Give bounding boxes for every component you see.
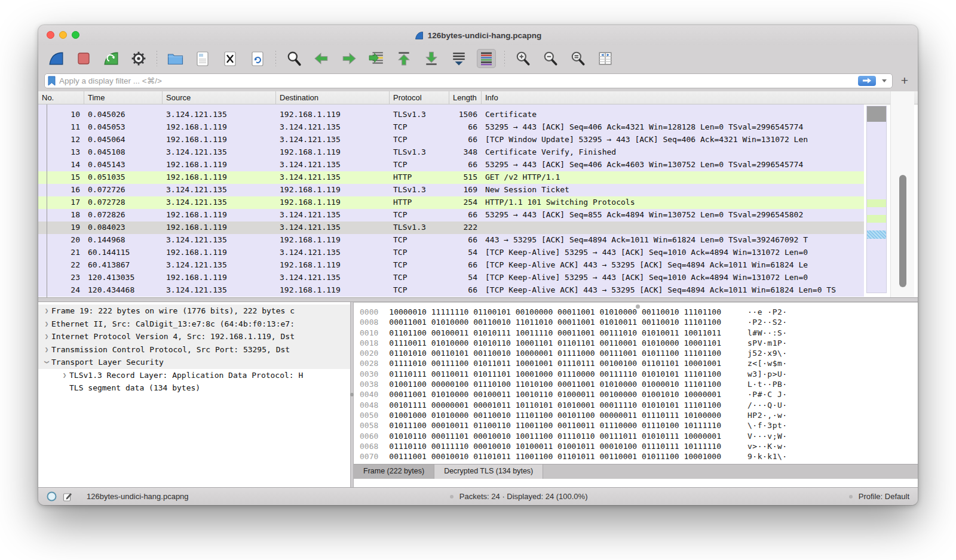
bytes-tab-1[interactable]: Decrypted TLS (134 bytes) <box>434 464 543 479</box>
packet-row[interactable]: 150.051035192.168.1.1193.124.121.135HTTP… <box>38 171 864 184</box>
bytes-row[interactable]: 002801111010 00111100 01011011 10001001 … <box>360 359 918 369</box>
save-file-button[interactable] <box>193 49 212 68</box>
packet-row[interactable]: 190.084023192.168.1.1193.124.121.135TLSv… <box>38 221 864 234</box>
go-last-packet-button[interactable] <box>422 49 441 68</box>
packet-row[interactable]: 120.045064192.168.1.1193.124.121.135TCP6… <box>38 134 864 146</box>
auto-scroll-button[interactable] <box>449 49 468 68</box>
bytes-row[interactable]: 007000111001 00010010 01101011 11001100 … <box>360 452 918 462</box>
column-header-source[interactable]: Source <box>163 91 276 104</box>
colorize-button[interactable] <box>477 49 496 68</box>
packet-row[interactable]: 2160.144115192.168.1.1193.124.121.135TCP… <box>38 247 864 259</box>
expander-closed-icon[interactable]: ❯ <box>60 371 69 379</box>
detail-row[interactable]: ❯Internet Protocol Version 4, Src: 192.1… <box>38 330 350 343</box>
packet-cell: TCP <box>390 134 449 146</box>
detail-row[interactable]: ❯TLSv1.3 Record Layer: Application Data … <box>38 369 350 382</box>
minimize-window-button[interactable] <box>59 31 67 39</box>
bytes-row[interactable]: 005801011100 00010011 01100110 11001100 … <box>360 421 918 431</box>
display-filter-input[interactable] <box>59 76 854 85</box>
close-window-button[interactable] <box>47 31 54 39</box>
packet-row[interactable]: 110.045053192.168.1.1193.124.121.135TCP6… <box>38 121 864 134</box>
go-to-packet-button[interactable] <box>367 49 386 68</box>
detail-row[interactable]: ❯Transport Layer Security <box>38 356 350 369</box>
packet-list-pane: No.TimeSourceDestinationProtocolLengthIn… <box>38 91 918 297</box>
column-header-protocol[interactable]: Protocol <box>390 91 449 104</box>
capture-comment-icon[interactable] <box>63 492 72 501</box>
column-header-info[interactable]: Info <box>482 91 918 104</box>
capture-options-button[interactable] <box>129 49 148 68</box>
bytes-row[interactable]: 004800101111 00000001 00001011 10110101 … <box>360 401 918 411</box>
expander-closed-icon[interactable]: ❯ <box>42 346 51 353</box>
partial-packet-row[interactable] <box>38 104 864 109</box>
column-header-time[interactable]: Time <box>84 91 163 104</box>
expander-open-icon[interactable]: ❯ <box>43 358 51 367</box>
column-header-destination[interactable]: Destination <box>276 91 390 104</box>
column-header-no[interactable]: No. <box>38 91 84 104</box>
open-file-button[interactable] <box>166 49 185 68</box>
detail-row[interactable]: TLS segment data (134 bytes) <box>38 381 350 395</box>
packet-row[interactable]: 200.1449683.124.121.135192.168.1.119TCP6… <box>38 234 864 247</box>
packet-cell: 3.124.121.135 <box>276 247 390 259</box>
bytes-row[interactable]: 000800011001 01010000 00110010 11011010 … <box>360 318 918 328</box>
bytes-row[interactable]: 006801110110 00111110 00010010 10100011 … <box>360 442 918 452</box>
detail-row[interactable]: ❯Transmission Control Protocol, Src Port… <box>38 343 350 356</box>
expander-closed-icon[interactable]: ❯ <box>42 307 51 315</box>
bytes-tab-0[interactable]: Frame (222 bytes) <box>354 464 434 479</box>
start-capture-button[interactable] <box>47 49 66 68</box>
expert-info-icon[interactable] <box>47 491 57 501</box>
restart-capture-button[interactable] <box>102 49 121 68</box>
expander-closed-icon[interactable]: ❯ <box>42 333 51 340</box>
detail-text: Ethernet II, Src: CalDigit_13:e7:8c (64:… <box>51 319 295 328</box>
bytes-row[interactable]: 001801110011 01010000 01010110 10001101 … <box>360 339 918 349</box>
packet-cell: 192.168.1.119 <box>163 209 276 221</box>
bytes-row[interactable]: 006001010110 00011101 00010010 10011100 … <box>360 432 918 442</box>
go-forward-button[interactable] <box>339 49 358 68</box>
packet-cell: 0.072726 <box>84 184 163 196</box>
packet-row[interactable]: 160.0727263.124.121.135192.168.1.119TLSv… <box>38 184 864 196</box>
apply-filter-button[interactable] <box>858 76 876 86</box>
packet-cell: 3.124.121.135 <box>276 272 390 284</box>
packet-cell: 18 <box>38 209 84 221</box>
bytes-row[interactable]: 002001101010 00110101 00110010 10000001 … <box>360 349 918 359</box>
packet-row[interactable]: 140.045143192.168.1.1193.124.121.135TCP6… <box>38 159 864 171</box>
go-first-packet-button[interactable] <box>394 49 413 68</box>
add-filter-button[interactable]: + <box>897 75 912 87</box>
packet-row[interactable]: 2260.4138673.124.121.135192.168.1.119TCP… <box>38 259 864 272</box>
detail-row[interactable]: ❯Ethernet II, Src: CalDigit_13:e7:8c (64… <box>38 318 350 331</box>
minimap-segment <box>867 239 886 291</box>
bookmark-icon[interactable] <box>48 76 56 86</box>
packet-row[interactable]: 24120.4344683.124.121.135192.168.1.119TC… <box>38 284 864 297</box>
packet-row[interactable]: 180.072826192.168.1.1193.124.121.135TCP6… <box>38 209 864 221</box>
bytes-row[interactable]: 000010000010 11111110 01100101 00100000 … <box>360 307 918 318</box>
packet-cell: 66 <box>449 159 482 171</box>
reload-file-button[interactable] <box>248 49 267 68</box>
filter-dropdown-caret-icon[interactable] <box>882 79 887 82</box>
packet-row[interactable]: 100.0450263.124.121.135192.168.1.119TLSv… <box>38 109 864 121</box>
resize-columns-button[interactable] <box>596 49 615 68</box>
bytes-row[interactable]: 005001001000 01010000 00110010 11101100 … <box>360 411 918 421</box>
display-filter-field[interactable] <box>44 73 893 88</box>
zoom-in-button[interactable] <box>513 49 532 68</box>
stop-capture-button[interactable] <box>74 49 93 68</box>
packet-row[interactable]: 23120.413035192.168.1.1193.124.121.135TC… <box>38 272 864 284</box>
close-file-button[interactable] <box>220 49 240 68</box>
horizontal-splitter[interactable] <box>38 297 918 302</box>
toolbar-separator <box>157 51 157 66</box>
column-header-length[interactable]: Length <box>449 91 482 104</box>
bytes-row[interactable]: 003801001100 00000100 01110100 11010100 … <box>360 380 918 390</box>
packet-list-scrollbar[interactable] <box>890 91 914 297</box>
zoom-reset-button[interactable] <box>568 49 587 68</box>
zoom-out-button[interactable] <box>541 49 560 68</box>
packet-row[interactable]: 130.0451083.124.121.135192.168.1.119TLSv… <box>38 146 864 159</box>
scrollbar-thumb[interactable] <box>899 175 906 287</box>
bytes-row[interactable]: 001001101100 00100011 01010111 10011110 … <box>360 328 918 339</box>
expander-closed-icon[interactable]: ❯ <box>42 320 51 328</box>
bytes-row[interactable]: 004000011001 01010000 00100011 10010110 … <box>360 390 918 400</box>
find-packet-button[interactable] <box>284 49 304 68</box>
intelligent-scrollbar-minimap[interactable] <box>866 106 887 293</box>
packet-row[interactable]: 170.0727283.124.121.135192.168.1.119HTTP… <box>38 196 864 209</box>
go-back-button[interactable] <box>312 49 331 68</box>
titlebar[interactable]: 126bytes-undici-hang.pcapng <box>38 25 918 45</box>
detail-row[interactable]: ❯Frame 19: 222 bytes on wire (1776 bits)… <box>38 304 350 318</box>
zoom-window-button[interactable] <box>72 31 79 39</box>
bytes-row[interactable]: 003001110111 00110011 01011101 10001000 … <box>360 370 918 380</box>
